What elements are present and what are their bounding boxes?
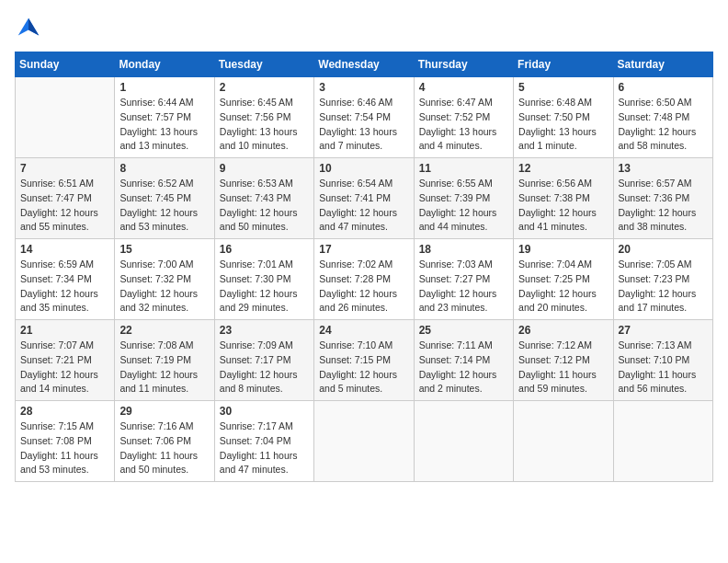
calendar-table: SundayMondayTuesdayWednesdayThursdayFrid… [15, 52, 713, 482]
day-info: Sunrise: 6:53 AM Sunset: 7:43 PM Dayligh… [220, 177, 309, 235]
calendar-week-3: 14Sunrise: 6:59 AM Sunset: 7:34 PM Dayli… [16, 239, 713, 320]
day-number: 19 [518, 243, 608, 256]
day-info: Sunrise: 6:51 AM Sunset: 7:47 PM Dayligh… [20, 177, 109, 235]
day-number: 30 [220, 405, 309, 418]
calendar-cell: 19Sunrise: 7:04 AM Sunset: 7:25 PM Dayli… [514, 239, 613, 320]
day-number: 25 [419, 324, 508, 337]
weekday-header-friday: Friday [514, 52, 613, 77]
calendar-cell: 12Sunrise: 6:56 AM Sunset: 7:38 PM Dayli… [514, 158, 613, 239]
day-info: Sunrise: 7:08 AM Sunset: 7:19 PM Dayligh… [119, 339, 209, 396]
day-number: 21 [20, 324, 109, 337]
day-info: Sunrise: 7:03 AM Sunset: 7:27 PM Dayligh… [419, 258, 508, 316]
calendar-cell [16, 77, 115, 158]
day-info: Sunrise: 7:09 AM Sunset: 7:17 PM Dayligh… [220, 339, 309, 396]
calendar-cell: 22Sunrise: 7:08 AM Sunset: 7:19 PM Dayli… [115, 320, 214, 401]
calendar-cell: 21Sunrise: 7:07 AM Sunset: 7:21 PM Dayli… [16, 320, 115, 401]
page-header [15, 15, 713, 42]
day-number: 27 [619, 324, 708, 337]
day-info: Sunrise: 6:46 AM Sunset: 7:54 PM Dayligh… [319, 96, 408, 154]
day-info: Sunrise: 7:04 AM Sunset: 7:25 PM Dayligh… [518, 258, 608, 316]
day-info: Sunrise: 6:56 AM Sunset: 7:38 PM Dayligh… [518, 177, 608, 235]
calendar-cell: 27Sunrise: 7:13 AM Sunset: 7:10 PM Dayli… [613, 320, 712, 401]
calendar-cell [314, 401, 414, 482]
logo-icon [15, 15, 42, 42]
day-info: Sunrise: 7:05 AM Sunset: 7:23 PM Dayligh… [619, 258, 708, 316]
day-number: 29 [119, 405, 209, 418]
calendar-cell: 18Sunrise: 7:03 AM Sunset: 7:27 PM Dayli… [414, 239, 513, 320]
svg-marker-1 [28, 18, 39, 36]
day-info: Sunrise: 6:54 AM Sunset: 7:41 PM Dayligh… [319, 177, 408, 235]
day-number: 20 [619, 243, 708, 256]
day-info: Sunrise: 6:50 AM Sunset: 7:48 PM Dayligh… [619, 96, 708, 154]
calendar-cell: 23Sunrise: 7:09 AM Sunset: 7:17 PM Dayli… [214, 320, 313, 401]
calendar-cell: 6Sunrise: 6:50 AM Sunset: 7:48 PM Daylig… [613, 77, 712, 158]
day-number: 22 [119, 324, 209, 337]
day-number: 12 [518, 162, 608, 175]
calendar-cell [514, 401, 613, 482]
calendar-cell: 15Sunrise: 7:00 AM Sunset: 7:32 PM Dayli… [115, 239, 214, 320]
day-number: 2 [220, 81, 309, 94]
calendar-cell: 20Sunrise: 7:05 AM Sunset: 7:23 PM Dayli… [613, 239, 712, 320]
calendar-cell [613, 401, 712, 482]
day-number: 6 [619, 81, 708, 94]
calendar-cell: 24Sunrise: 7:10 AM Sunset: 7:15 PM Dayli… [314, 320, 414, 401]
weekday-header-wednesday: Wednesday [314, 52, 414, 77]
day-info: Sunrise: 6:55 AM Sunset: 7:39 PM Dayligh… [419, 177, 508, 235]
weekday-header-monday: Monday [115, 52, 214, 77]
day-info: Sunrise: 7:01 AM Sunset: 7:30 PM Dayligh… [220, 258, 309, 316]
day-info: Sunrise: 6:57 AM Sunset: 7:36 PM Dayligh… [619, 177, 708, 235]
day-number: 7 [20, 162, 109, 175]
day-info: Sunrise: 7:12 AM Sunset: 7:12 PM Dayligh… [518, 339, 608, 396]
calendar-cell: 26Sunrise: 7:12 AM Sunset: 7:12 PM Dayli… [514, 320, 613, 401]
day-info: Sunrise: 6:47 AM Sunset: 7:52 PM Dayligh… [419, 96, 508, 154]
weekday-header-sunday: Sunday [16, 52, 115, 77]
weekday-header-tuesday: Tuesday [214, 52, 313, 77]
day-info: Sunrise: 7:02 AM Sunset: 7:28 PM Dayligh… [319, 258, 408, 316]
calendar-week-1: 1Sunrise: 6:44 AM Sunset: 7:57 PM Daylig… [16, 77, 713, 158]
weekday-header-saturday: Saturday [613, 52, 712, 77]
day-info: Sunrise: 7:11 AM Sunset: 7:14 PM Dayligh… [419, 339, 508, 396]
calendar-week-2: 7Sunrise: 6:51 AM Sunset: 7:47 PM Daylig… [16, 158, 713, 239]
day-number: 26 [518, 324, 608, 337]
day-info: Sunrise: 7:00 AM Sunset: 7:32 PM Dayligh… [119, 258, 209, 316]
calendar-cell: 28Sunrise: 7:15 AM Sunset: 7:08 PM Dayli… [16, 401, 115, 482]
calendar-cell [414, 401, 513, 482]
calendar-cell: 5Sunrise: 6:48 AM Sunset: 7:50 PM Daylig… [514, 77, 613, 158]
day-number: 11 [419, 162, 508, 175]
day-number: 16 [220, 243, 309, 256]
day-info: Sunrise: 7:07 AM Sunset: 7:21 PM Dayligh… [20, 339, 109, 396]
day-info: Sunrise: 7:17 AM Sunset: 7:04 PM Dayligh… [220, 419, 309, 477]
calendar-cell: 13Sunrise: 6:57 AM Sunset: 7:36 PM Dayli… [613, 158, 712, 239]
calendar-cell: 11Sunrise: 6:55 AM Sunset: 7:39 PM Dayli… [414, 158, 513, 239]
day-info: Sunrise: 6:48 AM Sunset: 7:50 PM Dayligh… [518, 96, 608, 154]
calendar-cell: 14Sunrise: 6:59 AM Sunset: 7:34 PM Dayli… [16, 239, 115, 320]
day-number: 24 [319, 324, 408, 337]
calendar-cell: 9Sunrise: 6:53 AM Sunset: 7:43 PM Daylig… [214, 158, 313, 239]
calendar-cell: 4Sunrise: 6:47 AM Sunset: 7:52 PM Daylig… [414, 77, 513, 158]
day-number: 4 [419, 81, 508, 94]
calendar-cell: 7Sunrise: 6:51 AM Sunset: 7:47 PM Daylig… [16, 158, 115, 239]
day-number: 15 [119, 243, 209, 256]
calendar-cell: 2Sunrise: 6:45 AM Sunset: 7:56 PM Daylig… [214, 77, 313, 158]
calendar-cell: 1Sunrise: 6:44 AM Sunset: 7:57 PM Daylig… [115, 77, 214, 158]
calendar-cell: 29Sunrise: 7:16 AM Sunset: 7:06 PM Dayli… [115, 401, 214, 482]
weekday-header-thursday: Thursday [414, 52, 513, 77]
day-number: 14 [20, 243, 109, 256]
day-number: 28 [20, 405, 109, 418]
calendar-week-5: 28Sunrise: 7:15 AM Sunset: 7:08 PM Dayli… [16, 401, 713, 482]
day-info: Sunrise: 6:45 AM Sunset: 7:56 PM Dayligh… [220, 96, 309, 154]
calendar-cell: 16Sunrise: 7:01 AM Sunset: 7:30 PM Dayli… [214, 239, 313, 320]
weekday-header-row: SundayMondayTuesdayWednesdayThursdayFrid… [16, 52, 713, 77]
day-info: Sunrise: 6:44 AM Sunset: 7:57 PM Dayligh… [119, 96, 209, 154]
day-number: 18 [419, 243, 508, 256]
calendar-week-4: 21Sunrise: 7:07 AM Sunset: 7:21 PM Dayli… [16, 320, 713, 401]
logo [15, 15, 46, 42]
day-number: 13 [619, 162, 708, 175]
day-info: Sunrise: 6:59 AM Sunset: 7:34 PM Dayligh… [20, 258, 109, 316]
day-number: 17 [319, 243, 408, 256]
calendar-cell: 17Sunrise: 7:02 AM Sunset: 7:28 PM Dayli… [314, 239, 414, 320]
day-number: 5 [518, 81, 608, 94]
day-info: Sunrise: 7:13 AM Sunset: 7:10 PM Dayligh… [619, 339, 708, 396]
day-number: 8 [119, 162, 209, 175]
day-number: 9 [220, 162, 309, 175]
